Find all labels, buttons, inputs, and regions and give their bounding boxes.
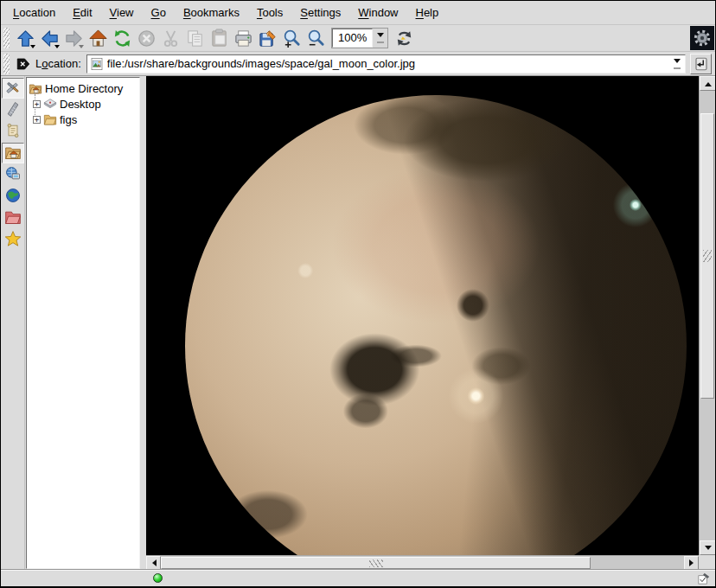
stop-button[interactable] xyxy=(134,26,158,50)
toolbar-buttons: 100% xyxy=(13,26,416,50)
active-view-led xyxy=(153,573,163,583)
menu-accel: V xyxy=(110,6,117,19)
go-button[interactable] xyxy=(690,54,712,74)
dropdown-arrow-icon xyxy=(30,45,35,48)
tree-item-label: Home Directory xyxy=(45,82,123,95)
arrow-up-icon xyxy=(705,79,712,86)
folder-icon xyxy=(43,112,57,126)
up-button[interactable] xyxy=(13,26,37,50)
menu-accel: G xyxy=(151,6,160,19)
panel-splitter[interactable] xyxy=(140,76,146,570)
forward-button[interactable] xyxy=(61,26,86,50)
menu-accel: B xyxy=(183,6,191,19)
zoom-in-button[interactable] xyxy=(279,26,304,50)
reload-icon xyxy=(112,29,132,48)
zoom-out-button[interactable] xyxy=(304,26,328,50)
tree-expander[interactable]: + xyxy=(33,116,41,124)
menu-accel: H xyxy=(416,6,424,19)
sidebar-tab-bookmark[interactable] xyxy=(2,99,24,120)
scroll-icon xyxy=(4,122,22,142)
sidebar-tab-home-folder[interactable] xyxy=(2,143,24,163)
scroll-down-button[interactable] xyxy=(700,540,715,555)
sidebar-tab-history[interactable] xyxy=(2,121,24,142)
menu-item-settings[interactable]: Settings xyxy=(291,3,349,22)
copy-icon xyxy=(185,29,205,48)
stop-icon xyxy=(137,29,157,48)
link-view-indicator-icon[interactable] xyxy=(697,572,710,585)
save-as-button[interactable] xyxy=(255,26,279,50)
menu-accel: W xyxy=(358,6,368,19)
menu-rest: ettings xyxy=(308,6,341,19)
tree-item-home-directory[interactable]: Home Directory xyxy=(29,80,139,96)
moon-image xyxy=(185,95,687,555)
folder-red-icon xyxy=(4,208,22,228)
vertical-scrollbar-thumb[interactable] xyxy=(700,113,714,399)
sidebar-tab-bookmarks[interactable] xyxy=(2,229,24,250)
zoom-level-value: 100% xyxy=(332,29,373,48)
desktop-icon xyxy=(43,97,57,111)
rotate-button[interactable] xyxy=(392,26,416,50)
scroll-left-button[interactable] xyxy=(146,556,161,570)
konqueror-gear-logo[interactable] xyxy=(690,26,714,50)
scroll-up-button[interactable] xyxy=(700,76,715,91)
folder-home-icon xyxy=(29,81,42,95)
menu-rest: dit xyxy=(80,6,93,19)
image-viewer xyxy=(146,76,715,570)
zoom-in-icon xyxy=(282,29,302,48)
arrow-left-icon xyxy=(149,559,157,566)
sidebar-tab-tools[interactable] xyxy=(2,78,24,99)
dropdown-dash xyxy=(377,42,384,43)
menu-rest: o xyxy=(160,6,166,19)
menu-item-view[interactable]: View xyxy=(101,3,143,22)
menu-item-bookmarks[interactable]: Bookmarks xyxy=(175,3,248,22)
print-icon xyxy=(233,29,253,48)
sidebar-tab-network[interactable] xyxy=(2,164,24,185)
menu-item-edit[interactable]: Edit xyxy=(64,3,100,22)
menu-item-window[interactable]: Window xyxy=(349,3,406,22)
cut-button[interactable] xyxy=(158,26,182,50)
status-bar xyxy=(1,570,715,586)
location-label: Location: xyxy=(35,57,81,70)
main-toolbar: 100% xyxy=(1,25,715,52)
horizontal-scrollbar[interactable] xyxy=(146,555,699,570)
print-button[interactable] xyxy=(231,26,255,50)
sidebar-tab-web[interactable] xyxy=(2,186,24,207)
menu-rest: ools xyxy=(262,6,283,19)
zoom-level-combobox[interactable]: 100% xyxy=(331,28,388,48)
main-area: Home Directory+Desktop+figs xyxy=(1,76,715,570)
tree-item-label: figs xyxy=(60,113,77,126)
horizontal-scrollbar-thumb[interactable] xyxy=(161,557,591,569)
home-button[interactable] xyxy=(86,26,110,50)
location-dropdown-arrow[interactable] xyxy=(669,55,685,73)
vertical-scrollbar[interactable] xyxy=(699,76,715,555)
star-icon xyxy=(4,230,22,250)
dropdown-arrow-icon xyxy=(79,45,84,48)
toolbar-handle[interactable] xyxy=(3,28,10,48)
location-combobox[interactable] xyxy=(86,54,686,74)
check-pen-icon xyxy=(697,572,710,585)
tree-expander[interactable]: + xyxy=(33,100,41,108)
sidebar-tab-root-folder[interactable] xyxy=(2,208,24,228)
tree-item-figs[interactable]: +figs xyxy=(29,112,139,127)
menu-item-help[interactable]: Help xyxy=(407,3,448,22)
menu-item-go[interactable]: Go xyxy=(143,3,175,22)
menu-rest: iew xyxy=(117,6,134,19)
menu-item-location[interactable]: Location xyxy=(4,3,64,22)
tree-item-desktop[interactable]: +Desktop xyxy=(29,96,139,112)
network-icon xyxy=(4,165,22,185)
paste-button[interactable] xyxy=(207,26,231,50)
locationbar-handle[interactable] xyxy=(3,54,10,74)
chevron-down-icon xyxy=(377,33,384,41)
image-viewport xyxy=(146,76,699,555)
scrollbar-corner xyxy=(699,555,715,570)
copy-button[interactable] xyxy=(182,26,207,50)
back-button[interactable] xyxy=(37,26,61,50)
scroll-right-button[interactable] xyxy=(684,556,699,570)
menu-item-tools[interactable]: Tools xyxy=(248,3,291,22)
location-input[interactable] xyxy=(107,56,669,72)
zoom-combo-arrow[interactable] xyxy=(373,29,387,48)
menu-bar: LocationEditViewGoBookmarksToolsSettings… xyxy=(1,1,715,25)
location-toolbar: Location: xyxy=(1,52,715,76)
clear-location-button[interactable] xyxy=(13,54,34,74)
reload-button[interactable] xyxy=(110,26,134,50)
